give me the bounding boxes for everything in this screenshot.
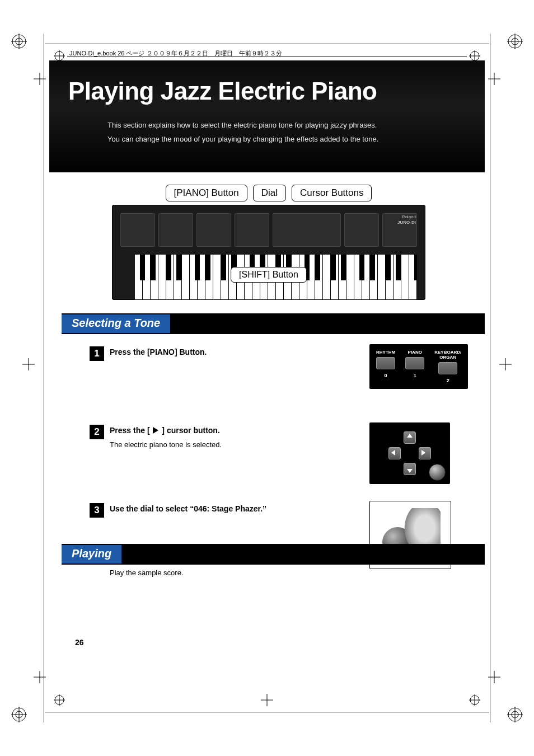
registration-mark-icon xyxy=(507,34,523,49)
step-figure xyxy=(369,422,450,484)
step-instruction: Press the [ ] cursor button. xyxy=(110,426,328,435)
cursor-buttons-illustration xyxy=(376,428,443,478)
crop-cross-icon xyxy=(499,358,512,370)
hero-intro-line: This section explains how to select the … xyxy=(107,119,466,133)
step-description: The electric piano tone is selected. xyxy=(110,440,328,449)
callout-cursor-buttons: Cursor Buttons xyxy=(292,185,372,201)
crop-cross-icon xyxy=(488,73,500,85)
registration-mark-icon xyxy=(54,50,65,62)
step-instruction: Press the [PIANO] Button. xyxy=(110,348,328,356)
crop-rule xyxy=(44,34,44,722)
keyboard-figure: [PIANO] Button Dial Cursor Buttons Rolan… xyxy=(112,185,425,300)
step-figure: RHYTHM0 PIANO1 KEYBOARD/ ORGAN2 xyxy=(369,344,468,389)
section-body-text: Play the sample score. xyxy=(110,569,184,577)
registration-mark-icon xyxy=(54,694,65,706)
crop-rule xyxy=(45,44,489,44)
section-heading-bar: Selecting a Tone xyxy=(62,313,485,334)
page-title: Playing Jazz Electric Piano xyxy=(68,77,466,105)
callout-shift-button: [SHIFT] Button xyxy=(231,267,307,283)
keyboard-panel-illustration: Roland JUNO-Di [SHIFT] Button xyxy=(112,205,425,300)
crop-cross-icon xyxy=(261,694,273,706)
keyboard-organ-button-icon xyxy=(438,362,457,374)
crop-cross-icon xyxy=(22,358,35,370)
callout-dial: Dial xyxy=(253,185,286,201)
panel-label-piano: PIANO xyxy=(405,350,424,355)
panel-label-rhythm: RHYTHM xyxy=(376,350,395,355)
brand-label: Roland JUNO-Di xyxy=(397,214,416,225)
registration-mark-icon xyxy=(11,34,27,49)
panel-label-keyboard-organ: KEYBOARD/ ORGAN xyxy=(434,350,461,360)
rhythm-button-icon xyxy=(376,357,395,369)
page-number: 26 xyxy=(75,638,84,647)
registration-mark-icon xyxy=(469,50,480,62)
registration-mark-icon xyxy=(11,707,27,722)
step-2: 2 Press the [ ] cursor button. The elect… xyxy=(90,426,485,487)
step-instruction: Use the dial to select “046: Stage Phaze… xyxy=(110,504,328,513)
crop-cross-icon xyxy=(34,73,46,85)
step-number-badge: 1 xyxy=(90,346,104,361)
registration-mark-icon xyxy=(507,707,523,722)
hero-intro-line: You can change the mood of your playing … xyxy=(107,133,466,147)
running-header: JUNO-Di_e.book 26 ページ ２００９年６月２２日 月曜日 午前９… xyxy=(69,49,282,58)
section-heading: Selecting a Tone xyxy=(62,314,170,333)
piano-button-icon xyxy=(405,357,424,369)
crop-rule xyxy=(45,712,489,712)
step-1: 1 Press the [PIANO] Button. RHYTHM0 PIAN… xyxy=(90,348,485,409)
section-heading-bar: Playing xyxy=(62,544,485,565)
section-heading: Playing xyxy=(62,545,121,564)
right-arrow-icon xyxy=(153,427,158,434)
section-selecting-a-tone: Selecting a Tone 1 Press the [PIANO] But… xyxy=(62,313,485,583)
dial-icon xyxy=(429,464,446,481)
registration-mark-icon xyxy=(469,694,480,706)
step-number-badge: 2 xyxy=(90,425,104,439)
crop-cross-icon xyxy=(488,671,500,683)
callout-piano-button: [PIANO] Button xyxy=(166,185,247,201)
step-number-badge: 3 xyxy=(90,503,104,518)
crop-rule xyxy=(490,34,490,722)
hero-banner: Playing Jazz Electric Piano This section… xyxy=(49,60,485,172)
crop-cross-icon xyxy=(34,671,46,683)
